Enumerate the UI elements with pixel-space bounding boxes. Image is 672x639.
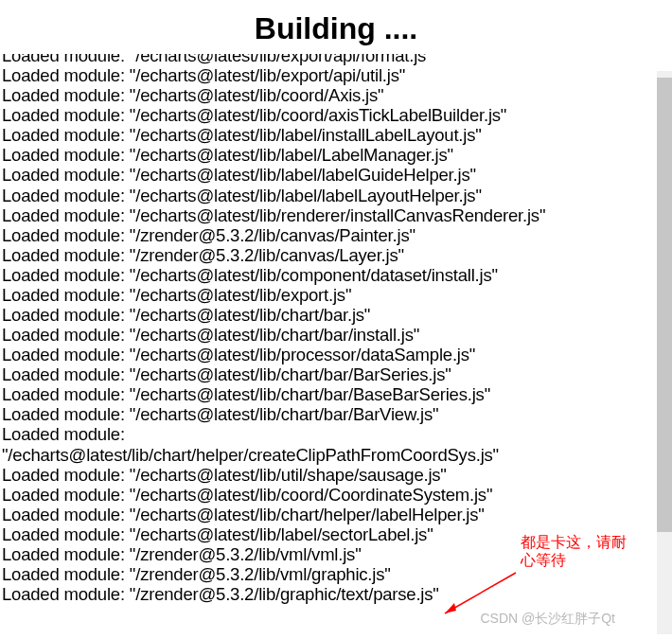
annotation-text: 都是卡这，请耐 心等待 [521, 533, 627, 569]
log-line: Loaded module: "/echarts@latest/lib/char… [2, 404, 663, 424]
log-line: Loaded module: "/zrender@5.3.2/lib/canva… [2, 245, 663, 265]
log-line: Loaded module: "/echarts@latest/lib/expo… [2, 54, 663, 65]
log-line: Loaded module: "/echarts@latest/lib/char… [2, 505, 663, 524]
log-line: Loaded module: "/echarts@latest/lib/labe… [2, 125, 663, 145]
log-line: Loaded module: "/echarts@latest/lib/rend… [2, 205, 663, 225]
log-content: Loaded module: "/echarts@latest/lib/expo… [0, 54, 672, 604]
log-line: Loaded module: "/echarts@latest/lib/coor… [2, 85, 663, 105]
log-line: Loaded module: "/echarts@latest/lib/char… [2, 384, 663, 404]
annotation-line1: 都是卡这，请耐 [521, 533, 627, 551]
scrollbar-thumb[interactable] [657, 78, 672, 532]
log-line: Loaded module: "/echarts@latest/lib/util… [2, 465, 663, 485]
log-line: Loaded module: "/echarts@latest/lib/char… [2, 364, 663, 384]
log-line: Loaded module: "/echarts@latest/lib/labe… [2, 186, 663, 205]
log-line: Loaded module: "/echarts@latest/lib/expo… [2, 65, 663, 85]
log-line: Loaded module: "/echarts@latest/lib/labe… [2, 145, 663, 165]
page-title: Building .... [0, 0, 672, 54]
log-line: Loaded module: "/zrender@5.3.2/lib/canva… [2, 225, 663, 245]
log-line: Loaded module: "/zrender@5.3.2/lib/graph… [2, 584, 663, 604]
log-line: Loaded module: "/echarts@latest/lib/labe… [2, 165, 663, 185]
watermark: CSDN @长沙红胖子Qt [480, 611, 615, 628]
log-line: "/echarts@latest/lib/chart/helper/create… [2, 445, 663, 465]
log-line: Loaded module: [2, 424, 663, 444]
log-line: Loaded module: "/echarts@latest/lib/char… [2, 305, 663, 325]
log-line: Loaded module: "/echarts@latest/lib/char… [2, 325, 663, 345]
annotation-line2: 心等待 [521, 551, 627, 569]
log-line: Loaded module: "/echarts@latest/lib/coor… [2, 105, 663, 125]
log-line: Loaded module: "/echarts@latest/lib/comp… [2, 265, 663, 285]
log-line: Loaded module: "/echarts@latest/lib/expo… [2, 285, 663, 305]
log-line: Loaded module: "/echarts@latest/lib/coor… [2, 485, 663, 505]
log-line: Loaded module: "/echarts@latest/lib/proc… [2, 345, 663, 364]
